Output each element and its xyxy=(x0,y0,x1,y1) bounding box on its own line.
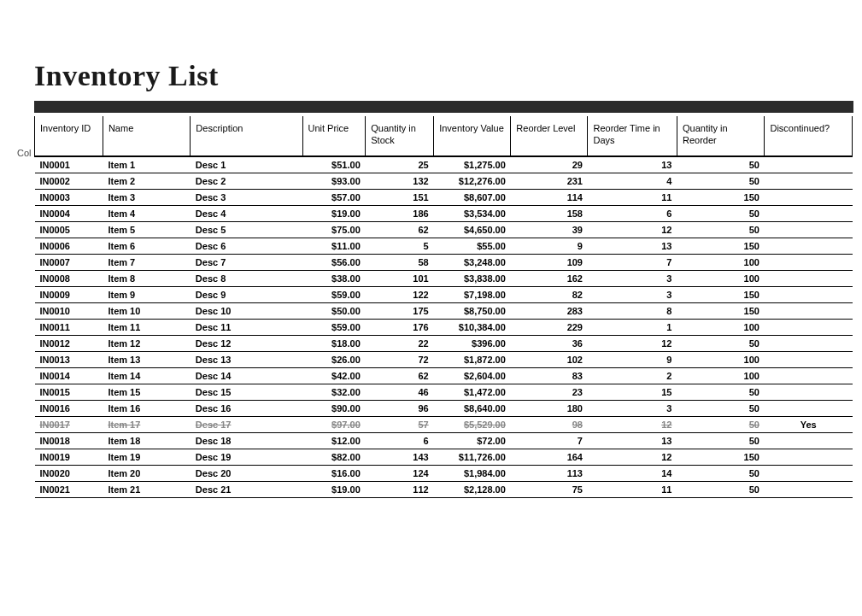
cell-desc: Desc 5 xyxy=(191,221,302,238)
cell-name: Item 14 xyxy=(103,367,190,384)
cell-name: Item 17 xyxy=(103,416,190,432)
cell-val: $55.00 xyxy=(434,238,511,254)
table-row: IN0021Item 21Desc 21$19.00112$2,128.0075… xyxy=(35,481,853,497)
cell-re: 29 xyxy=(511,156,588,173)
cell-disc xyxy=(765,319,853,335)
table-row: IN0008Item 8Desc 8$38.00101$3,838.001623… xyxy=(35,270,853,286)
cell-val: $3,838.00 xyxy=(434,270,511,286)
cell-qty: 132 xyxy=(366,173,434,189)
cell-rt: 14 xyxy=(588,465,677,481)
cell-price: $82.00 xyxy=(302,449,366,465)
cell-name: Item 10 xyxy=(103,302,190,319)
cell-re: 75 xyxy=(511,481,588,497)
col-header-name: Name xyxy=(103,116,190,156)
cell-desc: Desc 17 xyxy=(191,416,302,432)
cell-price: $75.00 xyxy=(302,221,366,238)
cell-price: $11.00 xyxy=(302,238,366,254)
cell-qty: 176 xyxy=(366,319,434,335)
cell-id: IN0010 xyxy=(35,302,103,319)
cell-re: 83 xyxy=(511,367,588,384)
table-body: IN0001Item 1Desc 1$51.0025$1,275.0029135… xyxy=(35,156,853,498)
table-row: IN0002Item 2Desc 2$93.00132$12,276.00231… xyxy=(35,173,853,189)
cell-desc: Desc 19 xyxy=(191,449,302,465)
cell-re: 9 xyxy=(511,238,588,254)
cell-qty: 46 xyxy=(366,384,434,400)
cell-rt: 12 xyxy=(588,335,677,351)
cell-qr: 150 xyxy=(677,449,764,465)
cell-disc xyxy=(765,481,853,497)
cell-qty: 58 xyxy=(366,254,434,270)
cell-qty: 175 xyxy=(366,302,434,319)
cell-desc: Desc 21 xyxy=(191,481,302,497)
cell-name: Item 21 xyxy=(103,481,190,497)
cell-qty: 186 xyxy=(366,205,434,221)
cell-name: Item 13 xyxy=(103,351,190,367)
cell-desc: Desc 20 xyxy=(191,465,302,481)
table-row: IN0009Item 9Desc 9$59.00122$7,198.008231… xyxy=(35,286,853,302)
cell-desc: Desc 6 xyxy=(191,238,302,254)
cell-qr: 50 xyxy=(677,335,764,351)
table-row: IN0013Item 13Desc 13$26.0072$1,872.00102… xyxy=(35,351,853,367)
cell-name: Item 16 xyxy=(103,400,190,416)
cell-disc xyxy=(765,156,853,173)
cell-price: $19.00 xyxy=(302,205,366,221)
cell-desc: Desc 10 xyxy=(191,302,302,319)
cell-val: $10,384.00 xyxy=(434,319,511,335)
cell-qr: 100 xyxy=(677,367,764,384)
table-row: IN0006Item 6Desc 6$11.005$55.00913150 xyxy=(35,238,853,254)
cell-name: Item 20 xyxy=(103,465,190,481)
table-row: IN0012Item 12Desc 12$18.0022$396.0036125… xyxy=(35,335,853,351)
cell-qty: 72 xyxy=(366,351,434,367)
cell-val: $1,275.00 xyxy=(434,156,511,173)
cell-qr: 150 xyxy=(677,302,764,319)
table-row: IN0020Item 20Desc 20$16.00124$1,984.0011… xyxy=(35,465,853,481)
cell-price: $18.00 xyxy=(302,335,366,351)
cell-val: $3,248.00 xyxy=(434,254,511,270)
cell-id: IN0006 xyxy=(35,238,103,254)
cell-price: $19.00 xyxy=(302,481,366,497)
cell-price: $90.00 xyxy=(302,400,366,416)
cell-val: $11,726.00 xyxy=(434,449,511,465)
cell-re: 82 xyxy=(511,286,588,302)
cell-qr: 50 xyxy=(677,173,764,189)
cell-desc: Desc 18 xyxy=(191,432,302,449)
col-header-val: Inventory Value xyxy=(434,116,511,156)
cell-name: Item 1 xyxy=(103,156,190,173)
cell-rt: 4 xyxy=(588,173,677,189)
cell-qty: 5 xyxy=(366,238,434,254)
col-header-rt: Reorder Time in Days xyxy=(588,116,677,156)
cell-name: Item 8 xyxy=(103,270,190,286)
cell-re: 164 xyxy=(511,449,588,465)
table-row: IN0010Item 10Desc 10$50.00175$8,750.0028… xyxy=(35,302,853,319)
table-header-row: Inventory ID Name Description Unit Price… xyxy=(35,116,853,156)
cell-qr: 50 xyxy=(677,400,764,416)
cell-id: IN0005 xyxy=(35,221,103,238)
cell-name: Item 3 xyxy=(103,189,190,205)
cell-val: $396.00 xyxy=(434,335,511,351)
cell-name: Item 6 xyxy=(103,238,190,254)
cell-desc: Desc 2 xyxy=(191,173,302,189)
cell-qty: 62 xyxy=(366,367,434,384)
table-row: IN0016Item 16Desc 16$90.0096$8,640.00180… xyxy=(35,400,853,416)
table-row: IN0019Item 19Desc 19$82.00143$11,726.001… xyxy=(35,449,853,465)
cell-val: $8,750.00 xyxy=(434,302,511,319)
cell-qr: 50 xyxy=(677,416,764,432)
cell-id: IN0017 xyxy=(35,416,103,432)
cell-id: IN0020 xyxy=(35,465,103,481)
cell-re: 162 xyxy=(511,270,588,286)
cell-re: 229 xyxy=(511,319,588,335)
cell-name: Item 12 xyxy=(103,335,190,351)
cell-price: $59.00 xyxy=(302,286,366,302)
table-row: IN0007Item 7Desc 7$56.0058$3,248.0010971… xyxy=(35,254,853,270)
cell-disc xyxy=(765,205,853,221)
cell-id: IN0001 xyxy=(35,156,103,173)
table-row: IN0014Item 14Desc 14$42.0062$2,604.00832… xyxy=(35,367,853,384)
cell-disc xyxy=(765,221,853,238)
cell-val: $2,604.00 xyxy=(434,367,511,384)
table-row: IN0017Item 17Desc 17$97.0057$5,529.00981… xyxy=(35,416,853,432)
cell-val: $1,472.00 xyxy=(434,384,511,400)
cell-rt: 12 xyxy=(588,416,677,432)
cell-qr: 50 xyxy=(677,481,764,497)
cell-qty: 96 xyxy=(366,400,434,416)
cell-qty: 151 xyxy=(366,189,434,205)
